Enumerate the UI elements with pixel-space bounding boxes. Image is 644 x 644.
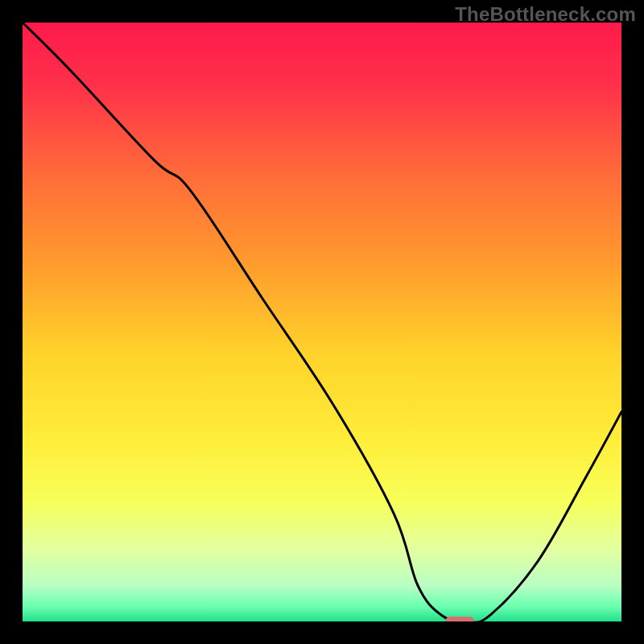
chart-background bbox=[23, 23, 621, 621]
optimal-marker bbox=[445, 617, 474, 621]
watermark-text: TheBottleneck.com bbox=[455, 3, 636, 26]
plot-area bbox=[23, 23, 621, 621]
chart-svg bbox=[23, 23, 621, 621]
chart-frame: TheBottleneck.com bbox=[0, 0, 644, 644]
